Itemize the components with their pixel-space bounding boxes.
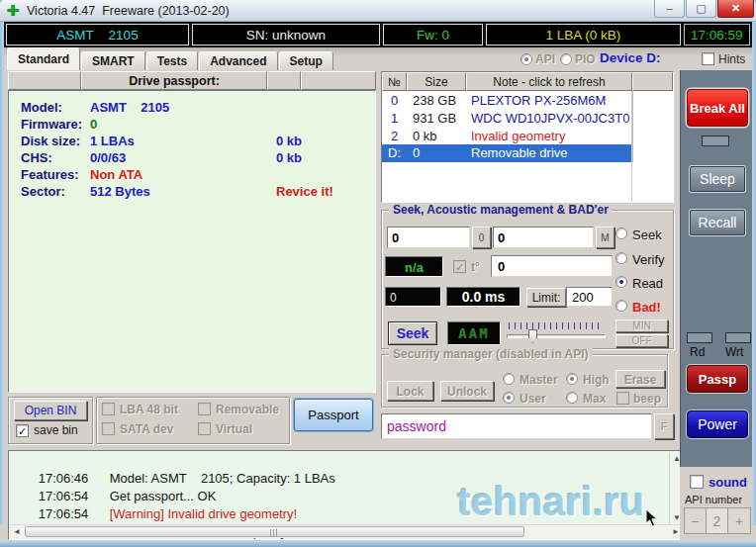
seek-button[interactable]: Seek — [388, 321, 437, 345]
drive-note: Removable drive — [466, 144, 632, 162]
temp-checkbox[interactable]: ✓ — [453, 260, 466, 273]
save-bin-label: save bin — [34, 423, 78, 437]
drive-row-0[interactable]: 0 238 GB PLEXTOR PX-256M6M — [382, 91, 673, 109]
ms-lcd: 0.0 ms — [446, 287, 520, 307]
rd-label: Rd — [690, 345, 705, 359]
drive-size: 238 GB — [407, 93, 466, 108]
power-button[interactable]: Power — [687, 410, 748, 438]
table-divider — [631, 91, 632, 202]
sound-checkbox[interactable] — [690, 475, 704, 489]
log-message: Get passport... OK — [110, 489, 217, 503]
virtual-checkbox — [198, 422, 211, 435]
passp-button[interactable]: Passp — [687, 365, 748, 393]
drive-num: D: — [382, 144, 407, 162]
drive-extra-cell — [632, 91, 673, 109]
tab-standard[interactable]: Standard — [7, 47, 80, 70]
seek-mode-label: Seek — [632, 228, 662, 242]
passport-button[interactable]: Passport — [294, 399, 373, 431]
passport-extra: Revice it! — [276, 184, 333, 199]
seek-mode-radio[interactable] — [615, 228, 627, 239]
log-time: 17:06:54 — [39, 489, 110, 503]
save-bin-checkbox[interactable]: ✓ — [16, 424, 29, 437]
verify-mode-radio[interactable] — [615, 252, 627, 264]
slider-track — [507, 334, 606, 338]
tab-setup[interactable]: Setup — [279, 51, 333, 70]
col-num-header[interactable]: № — [382, 72, 407, 91]
master-label: Master — [520, 373, 558, 387]
stepper-plus-button[interactable]: + — [728, 508, 750, 533]
stepper-minus-button[interactable]: − — [685, 508, 707, 533]
passport-row-disksize: Disk size: 1 LBAs 0 kb — [9, 134, 375, 150]
drive-size: 931 GB — [407, 111, 466, 126]
passport-label: Sector: — [21, 184, 65, 199]
passport-row-features: Features: Non ATA — [9, 167, 375, 184]
status-serial: SN: unknown — [192, 24, 380, 46]
beep-label: beep — [633, 392, 661, 406]
minimize-button[interactable]: – — [654, 0, 685, 18]
hints-checkbox[interactable] — [702, 52, 714, 65]
stepper-value: 2 — [707, 508, 729, 533]
drive-row-2[interactable]: 2 0 kb Invalid geometry — [382, 127, 673, 144]
start-lba-input[interactable]: 0 — [387, 227, 470, 248]
drive-row-1[interactable]: 1 931 GB WDC WD10JPVX-00JC3T0 — [382, 109, 673, 127]
slider-thumb[interactable] — [528, 329, 537, 343]
log-time: 17:06:46 — [39, 471, 110, 486]
scroll-left-icon[interactable]: ◄ — [10, 525, 24, 538]
max-radio — [566, 392, 578, 404]
api-number-stepper: − 2 + — [684, 507, 751, 534]
removable-checkbox — [198, 403, 211, 415]
tab-smart[interactable]: SMART — [81, 51, 145, 70]
pio-radio[interactable] — [560, 53, 572, 65]
busy-indicator — [702, 136, 729, 146]
tab-tests[interactable]: Tests — [146, 51, 198, 70]
scrollbar-thumb[interactable] — [25, 526, 524, 537]
passport-label: CHS: — [21, 150, 52, 165]
bad-mode-radio[interactable] — [615, 300, 627, 312]
device-label: Device D: — [600, 50, 661, 65]
col-size-header[interactable]: Size — [407, 72, 466, 91]
drive-num: 2 — [382, 129, 407, 143]
security-panel-title: Security manager (disabled in API) — [389, 347, 593, 361]
recall-button[interactable]: Recall — [690, 210, 745, 235]
temp-input[interactable]: 0 — [491, 255, 613, 277]
password-input[interactable]: password — [381, 413, 652, 439]
sata-checkbox — [102, 422, 115, 435]
api-radio[interactable] — [520, 53, 532, 65]
status-firmware: Fw: 0 — [383, 24, 483, 46]
log-horizontal-scrollbar[interactable]: ◄ ► — [10, 524, 683, 538]
status-clock: 17:06:59 — [684, 24, 750, 46]
max-lba-button[interactable]: M — [596, 227, 614, 248]
aam-off-button[interactable]: OFF — [615, 334, 668, 347]
high-label: High — [583, 373, 610, 387]
maximize-button[interactable]: ▢ — [686, 0, 716, 18]
api-number-label: API number — [685, 494, 742, 505]
api-radio-label: API — [535, 52, 555, 66]
col-note-header[interactable]: Note - click to refresh — [466, 72, 632, 91]
drive-row-selected[interactable]: D: 0 Removable drive — [382, 144, 673, 162]
window-controls: – ▢ ✕ — [653, 0, 754, 18]
lba48-checkbox — [102, 403, 115, 415]
lba48-label: LBA 48 bit — [120, 403, 178, 416]
break-all-button[interactable]: Break All — [687, 89, 748, 127]
sleep-button[interactable]: Sleep — [690, 166, 745, 192]
drive-num: 1 — [382, 111, 407, 126]
limit-input[interactable]: 200 — [566, 287, 613, 307]
passport-row-model: Model: ASMT 2105 — [9, 100, 375, 117]
start-zero-button[interactable]: 0 — [472, 227, 491, 248]
counter-lcd: 0 — [385, 287, 441, 307]
aam-min-button[interactable]: MIN — [615, 319, 668, 332]
open-bin-button[interactable]: Open BIN — [14, 401, 87, 420]
read-mode-label: Read — [632, 276, 663, 291]
slider-ticks — [509, 322, 604, 329]
end-lba-input[interactable]: 0 — [493, 227, 594, 248]
security-manager-panel: Security manager (disabled in API) Lock … — [381, 354, 668, 408]
tab-advanced[interactable]: Advanced — [199, 51, 277, 70]
f-button[interactable]: F — [654, 413, 674, 439]
passport-value: 0 — [90, 117, 97, 132]
passport-label: Firmware: — [21, 117, 82, 132]
close-button[interactable]: ✕ — [717, 0, 754, 18]
drive-extra-cell — [632, 127, 673, 144]
aam-slider[interactable] — [507, 321, 606, 345]
drive-note: PLEXTOR PX-256M6M — [466, 93, 632, 108]
read-mode-radio[interactable] — [615, 276, 627, 288]
